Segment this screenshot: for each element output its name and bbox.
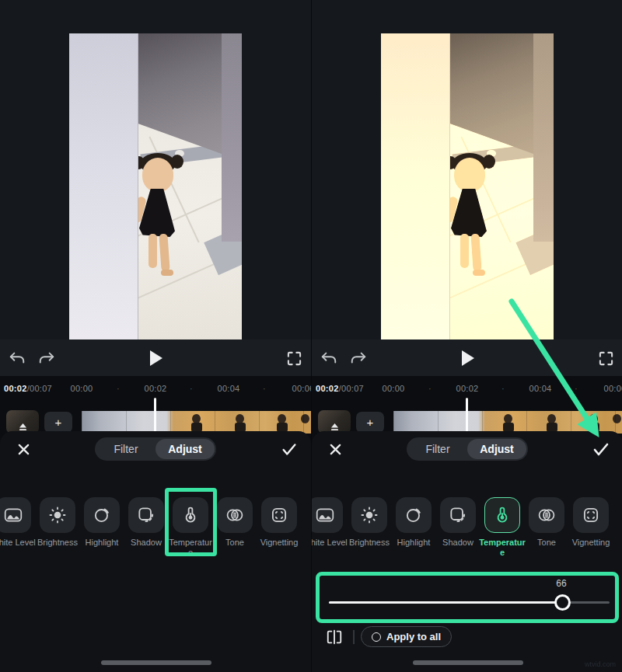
child-figure	[135, 150, 184, 305]
compare-icon	[326, 629, 343, 645]
tab-filter[interactable]: Filter	[408, 439, 467, 459]
clip-filmstrip[interactable]	[393, 411, 622, 433]
curtain	[533, 33, 554, 242]
playhead[interactable]	[154, 398, 156, 432]
head	[142, 158, 173, 192]
adjustment-highlight[interactable]: Highlight	[396, 497, 432, 533]
leg	[460, 234, 469, 268]
video-preview-canvas[interactable]	[69, 33, 242, 339]
adjustment-shadow[interactable]: Shadow	[128, 497, 164, 533]
time-tick: 00:02	[456, 384, 478, 393]
playhead[interactable]	[466, 398, 468, 432]
tick-dot: ·	[575, 384, 578, 393]
redo-button[interactable]	[349, 349, 368, 367]
play-button[interactable]	[146, 349, 165, 367]
time-tick: 00:00	[382, 384, 404, 393]
adjustment-vignetting[interactable]: Vignetting	[573, 497, 609, 533]
tab-filter[interactable]: Filter	[96, 439, 156, 459]
brightness-icon	[359, 505, 379, 525]
adjustment-white-level[interactable]: White Level	[311, 497, 343, 533]
filmstrip-frame-detail	[278, 414, 286, 423]
apply-to-all-button[interactable]: Apply to all	[361, 626, 452, 647]
leg	[470, 234, 481, 272]
current-time: 00:02/00:07	[4, 384, 52, 393]
check-icon	[592, 440, 610, 458]
current-time: 00:02/00:07	[316, 384, 364, 393]
adjustment-brightness[interactable]: Brightness	[351, 497, 387, 533]
fullscreen-button[interactable]	[285, 349, 303, 367]
transport-bar	[312, 339, 622, 376]
vignetting-icon	[269, 505, 289, 525]
tick-dot: ·	[428, 384, 432, 393]
adjustment-tone[interactable]: Tone	[217, 497, 253, 533]
adjust-sheet: Filter Adjust White Level Brightness Hig…	[0, 431, 311, 672]
temperature-icon	[492, 505, 512, 525]
phone-screen-before: 00:02/00:07 00:00 · 00:02 · 00:04 · 00:0…	[0, 0, 311, 672]
video-preview-canvas[interactable]	[381, 33, 554, 339]
filmstrip-frame-detail	[504, 414, 512, 423]
video-frame-warm	[381, 33, 554, 339]
check-icon	[281, 440, 298, 458]
close-button[interactable]	[326, 440, 344, 458]
eject-icon	[330, 423, 339, 431]
adjustment-highlight[interactable]: Highlight	[84, 497, 120, 533]
adjustment-temperature-selected[interactable]: Temperature	[484, 497, 520, 533]
foot	[161, 270, 173, 276]
home-indicator[interactable]	[413, 660, 523, 665]
apply-row: Apply to all	[312, 625, 622, 652]
clip-filmstrip[interactable]	[82, 411, 311, 433]
adjustment-row: White Level Brightness Highlight Shadow …	[0, 488, 311, 566]
fullscreen-icon	[287, 351, 302, 366]
tick-dot: ·	[190, 384, 193, 393]
adjustment-white-level[interactable]: White Level	[0, 497, 31, 533]
tab-adjust[interactable]: Adjust	[156, 439, 215, 459]
close-button[interactable]	[14, 440, 33, 458]
divider	[353, 630, 355, 644]
tick-dot: ·	[117, 384, 120, 393]
add-clip-button[interactable]: +	[356, 412, 384, 433]
annotation-highlight-temperature	[165, 488, 217, 556]
adjustment-tone[interactable]: Tone	[529, 497, 564, 533]
time-tick: 00:04	[217, 384, 239, 393]
annotation-highlight-slider	[316, 572, 619, 623]
undo-button[interactable]	[320, 349, 338, 367]
track-thumbnail[interactable]	[318, 410, 351, 433]
compare-button[interactable]	[324, 628, 344, 646]
filmstrip-frame-detail	[613, 414, 621, 423]
tick-dot: ·	[501, 384, 505, 393]
adjustment-vignetting[interactable]: Vignetting	[261, 497, 297, 533]
time-tick: 00:04	[529, 384, 551, 393]
redo-button[interactable]	[37, 349, 56, 367]
filter-adjust-tabs: Filter Adjust	[407, 437, 528, 461]
undo-icon	[320, 351, 337, 365]
confirm-button[interactable]	[590, 438, 612, 460]
preview-area	[312, 0, 622, 339]
adjustment-shadow[interactable]: Shadow	[440, 497, 476, 533]
tone-icon	[225, 505, 245, 525]
play-button[interactable]	[458, 349, 477, 367]
tick-dot: ·	[263, 384, 266, 393]
fullscreen-icon	[599, 351, 613, 366]
tab-adjust[interactable]: Adjust	[467, 439, 526, 459]
confirm-button[interactable]	[278, 438, 300, 460]
tone-icon	[536, 505, 557, 525]
black-dress	[451, 189, 487, 237]
leg	[149, 234, 157, 268]
fullscreen-button[interactable]	[596, 349, 615, 367]
watermark: wtvid.com	[585, 660, 616, 668]
preview-area	[0, 0, 311, 339]
adjustment-brightness[interactable]: Brightness	[40, 497, 75, 533]
play-icon	[459, 349, 476, 367]
track-thumbnail[interactable]	[6, 410, 39, 433]
curtain	[222, 33, 242, 242]
time-tick: 00:02	[144, 384, 166, 393]
home-indicator[interactable]	[101, 660, 211, 665]
undo-button[interactable]	[8, 349, 26, 367]
brightness-icon	[47, 505, 68, 525]
transport-bar	[0, 339, 311, 376]
filmstrip-frame-detail	[192, 414, 201, 423]
add-clip-button[interactable]: +	[44, 412, 72, 433]
white-partition-wall	[69, 33, 138, 339]
black-dress	[139, 189, 175, 237]
highlight-icon	[92, 505, 112, 525]
